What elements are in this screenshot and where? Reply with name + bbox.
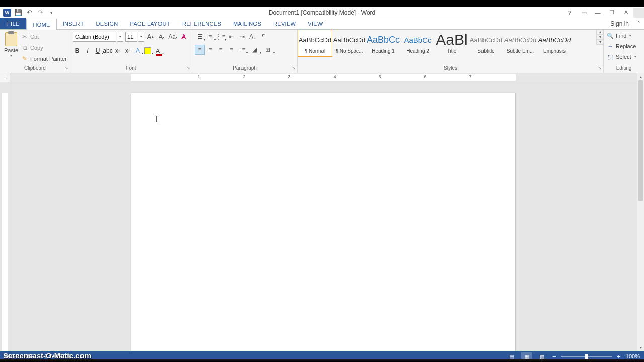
tab-view[interactable]: VIEW [302, 18, 329, 29]
paragraph-launcher-icon[interactable]: ↘ [292, 65, 296, 70]
styles-scroll-up-icon[interactable]: ▴ [597, 30, 603, 35]
borders-button[interactable]: ⊞▾ [261, 45, 274, 55]
styles-gallery[interactable]: AaBbCcDd¶ NormalAaBbCcDd¶ No Spac...AaBb… [298, 30, 596, 57]
styles-launcher-icon[interactable]: ↘ [598, 65, 602, 70]
styles-more-icon[interactable]: ▾ [597, 40, 603, 45]
replace-button[interactable]: ↔Replace [607, 41, 636, 51]
font-name-dropdown-icon[interactable]: ▾ [117, 32, 123, 42]
tab-selector[interactable]: └ [0, 73, 10, 82]
tab-references[interactable]: REFERENCES [176, 18, 227, 29]
bullets-button[interactable]: ☰▾ [195, 32, 205, 42]
tab-home[interactable]: HOME [26, 19, 56, 30]
title-bar: W 💾 ↶ ↷ ▾ Document1 [Compatibility Mode]… [0, 7, 644, 18]
select-button[interactable]: ⬚Select▾ [607, 52, 636, 62]
maximize-button[interactable]: ☐ [605, 8, 619, 18]
redo-icon[interactable]: ↷ [36, 9, 44, 17]
italic-button[interactable]: I [83, 46, 92, 56]
tab-file[interactable]: FILE [0, 18, 26, 29]
align-right-button[interactable]: ≡ [216, 45, 226, 55]
ribbon-options-icon[interactable]: ▭ [577, 8, 591, 18]
vertical-ruler[interactable] [0, 82, 10, 351]
paste-icon [5, 32, 17, 46]
tab-page-layout[interactable]: PAGE LAYOUT [124, 18, 176, 29]
bold-button[interactable]: B [73, 46, 82, 56]
increase-indent-button[interactable]: ⇥ [237, 32, 247, 42]
style-heading-1[interactable]: AaBbCcHeading 1 [366, 30, 400, 57]
ribbon: Paste ▾ ✂Cut ⧉Copy ✎Format Painter Clipb… [0, 29, 644, 73]
highlight-button[interactable]: ▾ [143, 46, 152, 56]
style-subtle-em-[interactable]: AaBbCcDdSubtle Em... [503, 30, 537, 57]
account-avatar[interactable] [633, 8, 644, 18]
zoom-slider[interactable] [561, 356, 612, 357]
subscript-button[interactable]: x2 [113, 46, 122, 56]
zoom-slider-thumb[interactable] [585, 354, 588, 359]
document-page[interactable]: I [131, 93, 516, 351]
scissors-icon: ✂ [21, 33, 28, 40]
shading-button[interactable]: ◢▾ [248, 45, 261, 55]
horizontal-ruler[interactable]: 1234567 [10, 73, 637, 82]
style-emphasis[interactable]: AaBbCcDdEmphasis [537, 30, 572, 57]
line-spacing-button[interactable]: ↕≡▾ [237, 45, 247, 55]
align-left-button[interactable]: ≡ [195, 45, 205, 55]
format-painter-button[interactable]: ✎Format Painter [21, 54, 67, 64]
decrease-indent-button[interactable]: ⇤ [226, 32, 236, 42]
superscript-button[interactable]: x2 [123, 46, 132, 56]
find-button[interactable]: 🔍Find▾ [607, 31, 636, 41]
find-icon: 🔍 [607, 32, 614, 39]
document-workspace: └ 1234567 ▴ ▾ I [0, 73, 644, 351]
justify-button[interactable]: ≡ [226, 45, 236, 55]
sort-button[interactable]: A↓ [248, 32, 258, 42]
text-effects-button[interactable]: A▾ [133, 46, 142, 56]
watermark-text: Screencast-O-Matic.com [3, 351, 91, 360]
ibeam-pointer: I [155, 114, 158, 125]
scroll-down-icon[interactable]: ▾ [637, 344, 644, 351]
vertical-scrollbar[interactable]: ▴ ▾ [637, 73, 644, 351]
cut-button[interactable]: ✂Cut [21, 32, 67, 42]
align-center-button[interactable]: ≡ [205, 45, 215, 55]
scroll-up-icon[interactable]: ▴ [637, 73, 644, 80]
tab-mailings[interactable]: MAILINGS [227, 18, 267, 29]
style--no-spac-[interactable]: AaBbCcDd¶ No Spac... [332, 30, 366, 57]
tab-insert[interactable]: INSERT [57, 18, 90, 29]
style-heading-2[interactable]: AaBbCcHeading 2 [400, 30, 435, 57]
style-title[interactable]: AaBlTitle [435, 30, 469, 57]
font-color-swatch [156, 54, 162, 56]
font-launcher-icon[interactable]: ↘ [186, 65, 190, 70]
font-color-button[interactable]: A▾ [153, 46, 163, 56]
clear-formatting-button[interactable]: A̸ [179, 32, 189, 42]
style--normal[interactable]: AaBbCcDd¶ Normal [298, 30, 332, 57]
collapse-ribbon-icon[interactable]: ˄ [634, 18, 644, 29]
strikethrough-button[interactable]: abc [103, 46, 112, 56]
change-case-button[interactable]: Aa▾ [168, 32, 178, 42]
copy-button[interactable]: ⧉Copy [21, 43, 67, 53]
group-label-clipboard: Clipboard [24, 65, 46, 71]
paste-button[interactable]: Paste ▾ [3, 31, 20, 58]
sign-in-link[interactable]: Sign in [605, 18, 634, 29]
numbering-button[interactable]: ≡▾ [205, 32, 215, 42]
multilevel-list-button[interactable]: ⋮≡▾ [216, 32, 226, 42]
style-subtitle[interactable]: AaBbCcDdSubtitle [469, 30, 503, 57]
font-size-dropdown-icon[interactable]: ▾ [138, 32, 144, 42]
shrink-font-button[interactable]: A▾ [156, 32, 167, 42]
underline-button[interactable]: U▾ [93, 46, 102, 56]
font-size-input[interactable]: 11 [125, 32, 137, 42]
word-app-icon[interactable]: W [3, 9, 11, 17]
group-label-paragraph: Paragraph [233, 65, 257, 71]
qat-customize-icon[interactable]: ▾ [47, 9, 55, 17]
tab-review[interactable]: REVIEW [267, 18, 302, 29]
styles-scroll-down-icon[interactable]: ▾ [597, 35, 603, 40]
grow-font-button[interactable]: A▴ [145, 32, 155, 42]
close-button[interactable]: ✕ [619, 8, 633, 18]
ribbon-tabs: FILE HOME INSERT DESIGN PAGE LAYOUT REFE… [0, 18, 644, 29]
save-icon[interactable]: 💾 [14, 9, 22, 17]
clipboard-launcher-icon[interactable]: ↘ [64, 65, 68, 70]
minimize-button[interactable]: — [591, 8, 605, 18]
font-name-input[interactable]: Calibri (Body) [73, 32, 116, 42]
select-icon: ⬚ [607, 53, 614, 60]
undo-icon[interactable]: ↶ [25, 9, 33, 17]
show-hide-button[interactable]: ¶ [258, 32, 268, 42]
chevron-down-icon[interactable]: ▾ [10, 53, 12, 58]
tab-design[interactable]: DESIGN [90, 18, 124, 29]
scrollbar-thumb[interactable] [638, 80, 643, 201]
help-icon[interactable]: ? [562, 8, 577, 18]
